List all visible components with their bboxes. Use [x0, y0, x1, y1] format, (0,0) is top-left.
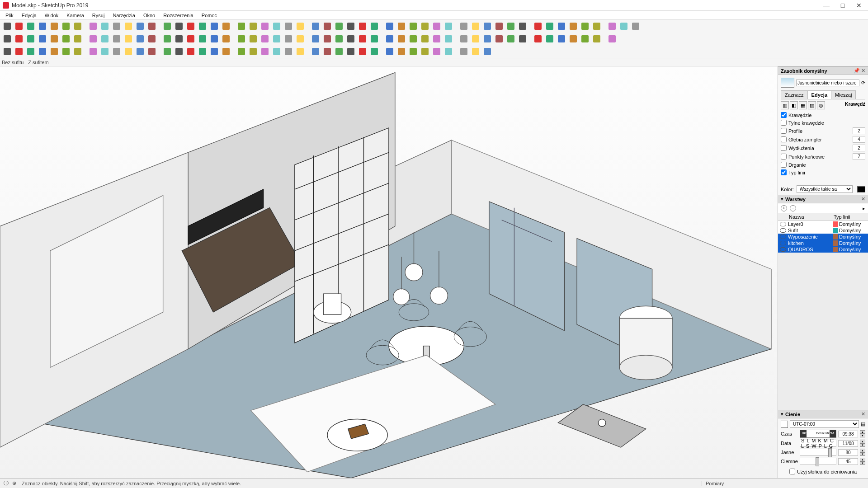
- toolbar-button[interactable]: [591, 33, 602, 44]
- toolbar-button[interactable]: [49, 21, 60, 32]
- toolbar-button[interactable]: [111, 46, 122, 57]
- toolbar-button[interactable]: [470, 46, 481, 57]
- toolbar-button[interactable]: [607, 21, 618, 32]
- dark-value[interactable]: 45: [838, 458, 858, 465]
- tray-pin-icon[interactable]: 📌: [854, 68, 860, 74]
- menu-draw[interactable]: Rysuj: [89, 12, 108, 19]
- toolbar-button[interactable]: [162, 33, 173, 44]
- toolbar-button[interactable]: [568, 21, 579, 32]
- toolbar-button[interactable]: [2, 21, 13, 32]
- menu-extensions[interactable]: Rozszerzenia: [160, 12, 197, 19]
- val-ext[interactable]: 2: [853, 145, 865, 151]
- toolbar-button[interactable]: [505, 33, 516, 44]
- toolbar-button[interactable]: [420, 21, 430, 32]
- toolbar-button[interactable]: [146, 46, 157, 57]
- toolbar-button[interactable]: [135, 33, 146, 44]
- chk-endp[interactable]: [781, 154, 787, 160]
- layer-row[interactable]: Layer0 Domyślny: [778, 221, 868, 227]
- toolbar-button[interactable]: [99, 46, 110, 57]
- toolbar-button[interactable]: [111, 21, 122, 32]
- toolbar-button[interactable]: [384, 46, 395, 57]
- collapse-icon[interactable]: ▾: [781, 196, 785, 202]
- toolbar-button[interactable]: [295, 46, 306, 57]
- val-depth[interactable]: 4: [853, 136, 865, 143]
- toolbar-button[interactable]: [494, 21, 505, 32]
- menu-help[interactable]: Pomoc: [198, 12, 221, 19]
- chk-ext[interactable]: [781, 145, 787, 151]
- tab-mix[interactable]: Mieszaj: [831, 90, 856, 99]
- toolbar-button[interactable]: [271, 46, 282, 57]
- toolbar-button[interactable]: [544, 21, 555, 32]
- chk-use-sun[interactable]: [789, 469, 795, 474]
- toolbar-button[interactable]: [310, 33, 321, 44]
- toolbar-button[interactable]: [369, 21, 380, 32]
- toolbar-button[interactable]: [408, 33, 419, 44]
- style-thumb[interactable]: [781, 78, 794, 88]
- toolbar-button[interactable]: [221, 46, 231, 57]
- menu-camera[interactable]: Kamera: [63, 12, 88, 19]
- toolbar-button[interactable]: [568, 33, 579, 44]
- toolbar-button[interactable]: [88, 21, 99, 32]
- toolbar-button[interactable]: [37, 21, 48, 32]
- layer-row[interactable]: QUADROS Domyślny: [778, 246, 868, 253]
- toolbar-button[interactable]: [369, 33, 380, 44]
- toolbar-button[interactable]: [14, 21, 24, 32]
- toolbar-button[interactable]: [295, 33, 306, 44]
- toolbar-button[interactable]: [607, 33, 618, 44]
- toolbar-button[interactable]: [236, 21, 247, 32]
- toolbar-button[interactable]: [221, 33, 231, 44]
- time-slider[interactable]: 06:42 AM Południe 04:46 PM: [800, 430, 836, 438]
- layer-color[interactable]: [833, 221, 838, 227]
- toolbar-button[interactable]: [618, 21, 629, 32]
- toolbar-button[interactable]: [2, 46, 13, 57]
- tray-header[interactable]: Zasobnik domyślny 📌 ✕: [778, 66, 868, 75]
- toolbar-button[interactable]: [322, 21, 333, 32]
- toolbar-button[interactable]: [49, 46, 60, 57]
- toolbar-button[interactable]: [2, 33, 13, 44]
- toolbar-button[interactable]: [248, 46, 259, 57]
- style-refresh-icon[interactable]: ⟳: [861, 80, 865, 86]
- chk-profiles[interactable]: [781, 128, 787, 134]
- toolbar-button[interactable]: [236, 33, 247, 44]
- toolbar-button[interactable]: [310, 21, 321, 32]
- toolbar-button[interactable]: [135, 21, 146, 32]
- toolbar-button[interactable]: [591, 21, 602, 32]
- toolbar-button[interactable]: [384, 33, 395, 44]
- tab-select[interactable]: Zaznacz: [781, 90, 808, 99]
- toolbar-button[interactable]: [259, 33, 270, 44]
- chk-depth[interactable]: [781, 136, 787, 142]
- layer-color[interactable]: [833, 247, 838, 252]
- toolbar-button[interactable]: [72, 46, 83, 57]
- toolbar-button[interactable]: [259, 46, 270, 57]
- layer-row[interactable]: Sufit Domyślny: [778, 227, 868, 234]
- toolbar-button[interactable]: [162, 21, 173, 32]
- toolbar-button[interactable]: [556, 33, 567, 44]
- toolbar-button[interactable]: [248, 21, 259, 32]
- layer-row[interactable]: Wyposażenie Domyślny: [778, 234, 868, 240]
- chk-back-edges[interactable]: [781, 120, 787, 126]
- chk-edges[interactable]: [781, 112, 787, 118]
- layer-color[interactable]: [833, 234, 838, 239]
- toolbar-button[interactable]: [408, 21, 419, 32]
- watermark-settings-icon[interactable]: ▨: [808, 101, 816, 109]
- toolbar-button[interactable]: [209, 33, 220, 44]
- date-value[interactable]: 11/08: [838, 440, 858, 447]
- chk-linetype[interactable]: [781, 169, 787, 175]
- toolbar-button[interactable]: [458, 46, 469, 57]
- toolbar-button[interactable]: [322, 33, 333, 44]
- layer-color[interactable]: [833, 228, 838, 233]
- dark-slider[interactable]: [800, 458, 836, 465]
- toolbar-button[interactable]: [458, 21, 469, 32]
- toolbar-button[interactable]: [334, 21, 344, 32]
- layers-header[interactable]: ▾ Warstwy ✕: [778, 195, 868, 203]
- toolbar-button[interactable]: [357, 21, 368, 32]
- toolbar-button[interactable]: [146, 21, 157, 32]
- toolbar-button[interactable]: [162, 46, 173, 57]
- toolbar-button[interactable]: [248, 33, 259, 44]
- toolbar-button[interactable]: [334, 46, 344, 57]
- toolbar-button[interactable]: [443, 21, 454, 32]
- date-up[interactable]: ▴: [860, 440, 865, 443]
- toolbar-button[interactable]: [197, 46, 208, 57]
- toolbar-button[interactable]: [88, 33, 99, 44]
- scene-tab-1[interactable]: Bez sufitu: [2, 60, 24, 65]
